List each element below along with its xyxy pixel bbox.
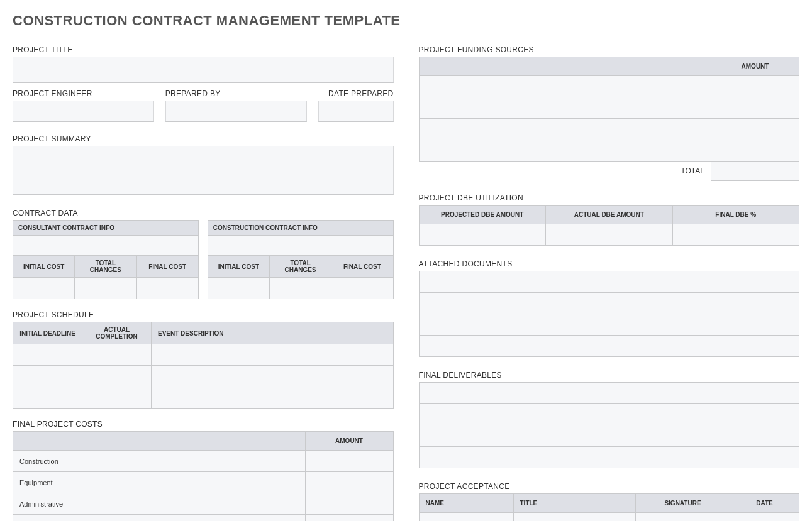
dbe-table: PROJECTED DBE AMOUNT ACTUAL DBE AMOUNT F… xyxy=(419,205,800,246)
th-initial-cost: INITIAL COST xyxy=(208,256,269,278)
acceptance-table: NAME TITLE SIGNATURE DATE xyxy=(419,493,800,522)
sched-r1c3[interactable] xyxy=(152,344,394,366)
deliv-r1[interactable] xyxy=(419,382,799,403)
docs-table xyxy=(419,271,800,357)
sched-r3c3[interactable] xyxy=(152,387,394,409)
schedule-label: PROJECT SCHEDULE xyxy=(13,310,394,319)
construction-final-cost[interactable] xyxy=(331,278,393,299)
construction-cost-table: INITIAL COST TOTAL CHANGES FINAL COST xyxy=(208,255,394,299)
th-final-cost: FINAL COST xyxy=(136,256,198,278)
funding-label: PROJECT FUNDING SOURCES xyxy=(419,45,800,54)
sched-r2c3[interactable] xyxy=(152,366,394,387)
accept-name[interactable] xyxy=(419,512,513,521)
project-title-input[interactable] xyxy=(13,57,394,83)
summary-input[interactable] xyxy=(13,146,394,195)
th-amount: AMOUNT xyxy=(305,432,393,451)
date-prepared-label: DATE PREPARED xyxy=(318,89,394,98)
sched-r3c2[interactable] xyxy=(82,387,152,409)
consultant-block: CONSULTANT CONTRACT INFO INITIAL COST TO… xyxy=(13,220,199,299)
th-accept-date: DATE xyxy=(730,493,799,512)
left-column: PROJECT TITLE PROJECT ENGINEER PREPARED … xyxy=(13,39,394,521)
dbe-projected[interactable] xyxy=(419,224,546,245)
sched-r2c1[interactable] xyxy=(13,366,82,387)
sched-r1c1[interactable] xyxy=(13,344,82,366)
th-actual-dbe: ACTUAL DBE AMOUNT xyxy=(546,205,673,224)
summary-label: PROJECT SUMMARY xyxy=(13,134,394,143)
th-accept-title: TITLE xyxy=(513,493,636,512)
fund-r1c2[interactable] xyxy=(711,76,799,97)
construction-block: CONSTRUCTION CONTRACT INFO INITIAL COST … xyxy=(208,220,394,299)
doc-r1[interactable] xyxy=(419,271,799,292)
th-event-description: EVENT DESCRIPTION xyxy=(152,322,394,344)
th-actual-completion: ACTUAL COMPLETION xyxy=(82,322,152,344)
funding-table: AMOUNT TOTAL xyxy=(419,57,800,181)
construction-initial-cost[interactable] xyxy=(208,278,269,299)
engineer-label: PROJECT ENGINEER xyxy=(13,89,154,98)
fund-r1c1[interactable] xyxy=(419,76,711,97)
th-funding-blank xyxy=(419,57,711,76)
docs-label: ATTACHED DOCUMENTS xyxy=(419,260,800,268)
cost-equipment-amt[interactable] xyxy=(305,472,393,493)
prepared-by-label: PREPARED BY xyxy=(165,89,307,98)
engineer-input[interactable] xyxy=(13,101,154,122)
cost-row-administrative: Administrative xyxy=(13,493,306,515)
construction-total-changes[interactable] xyxy=(270,278,331,299)
th-total-changes: TOTAL CHANGES xyxy=(75,256,136,278)
cost-construction-amt[interactable] xyxy=(305,451,393,472)
th-total-changes: TOTAL CHANGES xyxy=(270,256,331,278)
th-accept-name: NAME xyxy=(419,493,513,512)
page-title: CONSTRUCTION CONTRACT MANAGEMENT TEMPLAT… xyxy=(13,13,799,29)
th-projected-dbe: PROJECTED DBE AMOUNT xyxy=(419,205,546,224)
consultant-initial-cost[interactable] xyxy=(13,278,75,299)
th-accept-signature: SIGNATURE xyxy=(636,493,730,512)
project-title-label: PROJECT TITLE xyxy=(13,45,394,54)
contract-data-label: CONTRACT DATA xyxy=(13,209,394,217)
th-costs-blank xyxy=(13,432,306,451)
deliv-r3[interactable] xyxy=(419,425,799,446)
th-initial-cost: INITIAL COST xyxy=(13,256,75,278)
fund-r4c2[interactable] xyxy=(711,140,799,162)
schedule-table: INITIAL DEADLINE ACTUAL COMPLETION EVENT… xyxy=(13,322,394,409)
consultant-header: CONSULTANT CONTRACT INFO xyxy=(13,220,199,235)
consultant-final-cost[interactable] xyxy=(136,278,198,299)
doc-r3[interactable] xyxy=(419,314,799,335)
cost-row-other: Other xyxy=(13,515,306,522)
final-costs-table: AMOUNT Construction Equipment Administra… xyxy=(13,431,394,521)
final-costs-label: FINAL PROJECT COSTS xyxy=(13,420,394,429)
dbe-label: PROJECT DBE UTILIZATION xyxy=(419,194,800,202)
doc-r2[interactable] xyxy=(419,292,799,314)
cost-admin-amt[interactable] xyxy=(305,493,393,515)
cost-row-construction: Construction xyxy=(13,451,306,472)
cost-other-amt[interactable] xyxy=(305,515,393,522)
fund-total-amt[interactable] xyxy=(711,162,799,180)
accept-signature[interactable] xyxy=(636,512,730,521)
construction-info-input[interactable] xyxy=(208,235,394,255)
dbe-actual[interactable] xyxy=(546,224,673,245)
consultant-info-input[interactable] xyxy=(13,235,199,255)
prepared-by-input[interactable] xyxy=(165,101,307,122)
dbe-final[interactable] xyxy=(672,224,799,245)
deliv-r4[interactable] xyxy=(419,446,799,468)
construction-header: CONSTRUCTION CONTRACT INFO xyxy=(208,220,394,235)
sched-r2c2[interactable] xyxy=(82,366,152,387)
fund-r2c1[interactable] xyxy=(419,97,711,119)
deliv-r2[interactable] xyxy=(419,403,799,425)
cost-row-equipment: Equipment xyxy=(13,472,306,493)
fund-total-label: TOTAL xyxy=(419,162,711,180)
fund-r2c2[interactable] xyxy=(711,97,799,119)
sched-r3c1[interactable] xyxy=(13,387,82,409)
th-final-cost: FINAL COST xyxy=(331,256,393,278)
accept-title[interactable] xyxy=(513,512,636,521)
doc-r4[interactable] xyxy=(419,335,799,356)
accept-date[interactable] xyxy=(730,512,799,521)
fund-r3c2[interactable] xyxy=(711,119,799,140)
consultant-total-changes[interactable] xyxy=(75,278,136,299)
right-column: PROJECT FUNDING SOURCES AMOUNT TOTAL PRO… xyxy=(419,39,800,521)
deliverables-label: FINAL DELIVERABLES xyxy=(419,371,800,380)
consultant-cost-table: INITIAL COST TOTAL CHANGES FINAL COST xyxy=(13,255,199,299)
date-prepared-input[interactable] xyxy=(318,101,394,122)
th-final-dbe: FINAL DBE % xyxy=(672,205,799,224)
sched-r1c2[interactable] xyxy=(82,344,152,366)
fund-r3c1[interactable] xyxy=(419,119,711,140)
fund-r4c1[interactable] xyxy=(419,140,711,162)
